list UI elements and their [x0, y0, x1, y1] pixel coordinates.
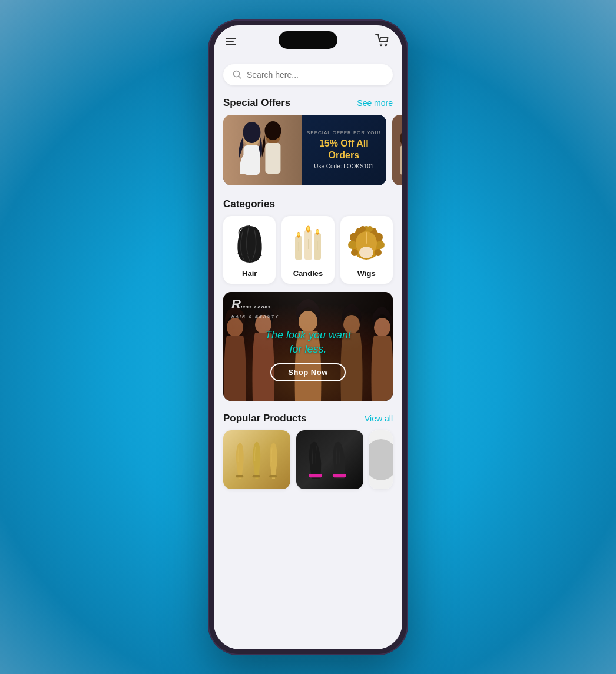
category-label-wigs: Wigs	[357, 269, 376, 278]
dynamic-island	[279, 31, 337, 49]
wigs-icon-area	[346, 223, 387, 264]
svg-point-51	[369, 439, 393, 480]
offer-models-image	[223, 115, 302, 185]
svg-point-29	[376, 241, 385, 249]
view-all-link[interactable]: View all	[365, 414, 393, 423]
categories-row: Hair	[214, 216, 402, 284]
status-bar	[214, 25, 402, 58]
search-bar[interactable]	[223, 64, 393, 85]
svg-rect-46	[253, 475, 260, 477]
promo-text-overlay: The look you wantfor less. Shop Now	[223, 292, 393, 401]
svg-point-20	[316, 230, 319, 233]
svg-point-30	[375, 249, 382, 256]
offer-card-small[interactable]	[392, 115, 402, 185]
main-scroll[interactable]: Special Offers See more	[214, 58, 402, 649]
offer-card-main[interactable]: SPECIAL OFFER FOR YOU! 15% Off All Order…	[223, 115, 386, 185]
svg-rect-49	[333, 474, 346, 477]
product-dark-image	[296, 430, 363, 489]
offer-text-area: SPECIAL OFFER FOR YOU! 15% Off All Order…	[302, 115, 386, 185]
phone-frame: Special Offers See more	[208, 19, 408, 655]
category-label-candles: Candles	[293, 269, 323, 278]
svg-rect-11	[400, 145, 402, 175]
category-card-hair[interactable]: Hair	[223, 216, 276, 284]
svg-point-1	[385, 44, 387, 45]
product-card-blonde[interactable]	[223, 430, 290, 489]
cart-button[interactable]	[375, 34, 390, 50]
svg-point-37	[367, 226, 373, 232]
popular-products-section: Popular Products View all	[214, 409, 402, 489]
phone-screen: Special Offers See more	[214, 25, 402, 649]
hair-icon	[232, 223, 267, 264]
svg-point-18	[307, 227, 309, 231]
svg-point-0	[380, 44, 382, 45]
svg-point-16	[297, 233, 300, 236]
offer-subtitle: SPECIAL OFFER FOR YOU!	[307, 130, 381, 135]
svg-point-5	[243, 122, 260, 143]
product-card-dark[interactable]	[296, 430, 363, 489]
offer-discount: 15% Off All Orders	[306, 138, 382, 160]
product-peek-image	[369, 430, 393, 489]
popular-products-header: Popular Products View all	[214, 409, 402, 430]
svg-rect-47	[269, 475, 277, 477]
svg-rect-45	[236, 475, 243, 477]
promo-tagline: The look you wantfor less.	[265, 328, 351, 356]
search-input[interactable]	[247, 70, 383, 79]
see-more-link[interactable]: See more	[357, 98, 393, 108]
svg-point-27	[351, 249, 358, 256]
categories-title: Categories	[223, 198, 275, 210]
category-card-candles[interactable]: Candles	[281, 216, 334, 284]
categories-header: Categories	[214, 195, 402, 216]
svg-rect-48	[309, 474, 322, 477]
promo-banner[interactable]: Rless Looks HAIR & BEAUTY The look you w…	[223, 292, 393, 401]
special-offers-header: Special Offers See more	[214, 94, 402, 115]
offer-code: Use Code: LOOKS101	[314, 163, 373, 170]
popular-products-title: Popular Products	[223, 413, 307, 424]
search-section	[214, 58, 402, 94]
category-card-wigs[interactable]: Wigs	[340, 216, 393, 284]
shop-now-button[interactable]: Shop Now	[270, 363, 346, 381]
svg-point-35	[359, 247, 373, 258]
product-card-peek[interactable]	[369, 430, 393, 489]
svg-point-36	[360, 226, 366, 232]
svg-point-26	[348, 241, 356, 249]
svg-point-8	[264, 121, 281, 140]
wigs-icon	[347, 224, 386, 263]
offers-carousel[interactable]: SPECIAL OFFER FOR YOU! 15% Off All Order…	[214, 115, 402, 185]
hair-icon-area	[229, 223, 270, 264]
product-blonde-image	[223, 430, 290, 489]
candles-icon	[290, 224, 326, 263]
category-label-hair: Hair	[242, 269, 257, 278]
menu-icon[interactable]	[226, 38, 236, 45]
products-row	[214, 430, 402, 489]
search-icon	[233, 70, 242, 79]
svg-rect-7	[265, 143, 280, 174]
candles-icon-area	[287, 223, 329, 264]
special-offers-title: Special Offers	[223, 97, 290, 109]
